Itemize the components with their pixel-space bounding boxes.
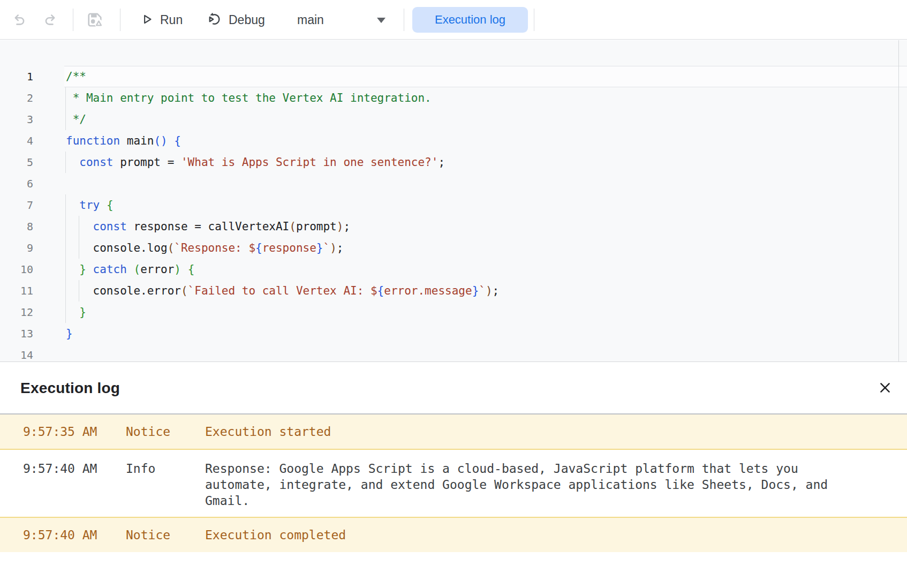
log-message: Execution started [205,424,848,440]
line-number: 9 [0,237,33,259]
line-number: 2 [0,87,33,109]
redo-button[interactable] [43,0,59,40]
undo-button[interactable] [11,0,27,40]
line-number: 6 [0,173,33,194]
code-text: console.log(`Response: ${response}`); [66,237,343,259]
code-text: */ [66,109,86,130]
code-text: } [66,323,73,344]
code-line-5[interactable]: 5 const prompt = 'What is Apps Script in… [0,152,907,173]
code-text: function main() { [66,130,181,152]
line-number: 11 [0,280,33,301]
selected-function-label: main [297,13,324,27]
code-line-3[interactable]: 3 */ [0,109,907,130]
log-timestamp: 9:57:35 AM [0,424,126,440]
run-label: Run [160,13,183,27]
toolbar: Run Debug main Execution log [0,0,907,40]
line-number: 1 [0,66,33,87]
toolbar-divider [534,9,534,31]
line-number: 13 [0,323,33,344]
line-number: 14 [0,344,33,361]
code-line-13[interactable]: 13} [0,323,907,344]
apps-script-editor-window: Run Debug main Execution log 1/**2 * Mai… [0,0,907,588]
execution-log-panel-header: Execution log [0,361,907,413]
toolbar-divider [73,9,73,31]
debug-button[interactable]: Debug [206,0,265,40]
line-number: 3 [0,109,33,130]
log-message: Response: Google Apps Script is a cloud-… [205,461,848,509]
code-line-4[interactable]: 4function main() { [0,130,907,152]
log-level: Notice [126,527,205,543]
code-text: * Main entry point to test the Vertex AI… [66,87,432,109]
log-entry: 9:57:35 AMNoticeExecution started [0,414,907,450]
code-line-2[interactable]: 2 * Main entry point to test the Vertex … [0,87,907,109]
undo-icon [11,12,27,27]
line-number: 4 [0,130,33,152]
execution-log-button-label: Execution log [435,13,505,27]
line-number: 5 [0,152,33,173]
code-text: /** [66,66,86,87]
execution-log-table: 9:57:35 AMNoticeExecution started9:57:40… [0,413,907,552]
toolbar-divider [120,9,120,31]
log-timestamp: 9:57:40 AM [0,461,126,477]
debug-icon [206,11,223,29]
dropdown-caret-icon [377,18,386,23]
code-line-14[interactable]: 14 [0,344,907,361]
line-number: 12 [0,301,33,323]
close-icon [878,380,893,397]
code-line-12[interactable]: 12 } [0,301,907,323]
play-icon [140,12,154,28]
toolbar-divider [404,9,404,31]
close-execution-log-button[interactable] [875,378,895,398]
code-line-11[interactable]: 11 console.error(`Failed to call Vertex … [0,280,907,301]
code-text: const prompt = 'What is Apps Script in o… [66,152,445,173]
code-line-7[interactable]: 7 try { [0,194,907,216]
code-text: console.error(`Failed to call Vertex AI:… [66,280,499,301]
code-text: } [66,301,86,323]
code-line-1[interactable]: 1/** [0,66,907,87]
code-text: try { [66,194,114,216]
line-number: 10 [0,259,33,280]
code-line-6[interactable]: 6 [0,173,907,194]
save-warning-icon [85,10,105,29]
log-level: Info [126,461,205,477]
log-entry: 9:57:40 AMNoticeExecution completed [0,517,907,552]
debug-label: Debug [229,13,265,27]
minimap-border [898,40,899,361]
redo-icon [43,12,59,27]
code-text: } catch (error) { [66,259,194,280]
execution-log-button[interactable]: Execution log [412,7,528,33]
line-number: 7 [0,194,33,216]
save-button[interactable] [85,0,105,40]
execution-log-title: Execution log [20,362,120,414]
run-button[interactable]: Run [140,0,183,40]
log-timestamp: 9:57:40 AM [0,527,126,543]
function-selector[interactable]: main [292,0,394,40]
code-line-9[interactable]: 9 console.log(`Response: ${response}`); [0,237,907,259]
code-line-10[interactable]: 10 } catch (error) { [0,259,907,280]
log-level: Notice [126,424,205,440]
line-number: 8 [0,216,33,237]
log-entry: 9:57:40 AMInfoResponse: Google Apps Scri… [0,450,907,517]
code-line-8[interactable]: 8 const response = callVertexAI(prompt); [0,216,907,237]
log-message: Execution completed [205,527,848,543]
code-lines: 1/**2 * Main entry point to test the Ver… [0,40,907,361]
code-text: const response = callVertexAI(prompt); [66,216,350,237]
code-editor[interactable]: 1/**2 * Main entry point to test the Ver… [0,40,907,361]
